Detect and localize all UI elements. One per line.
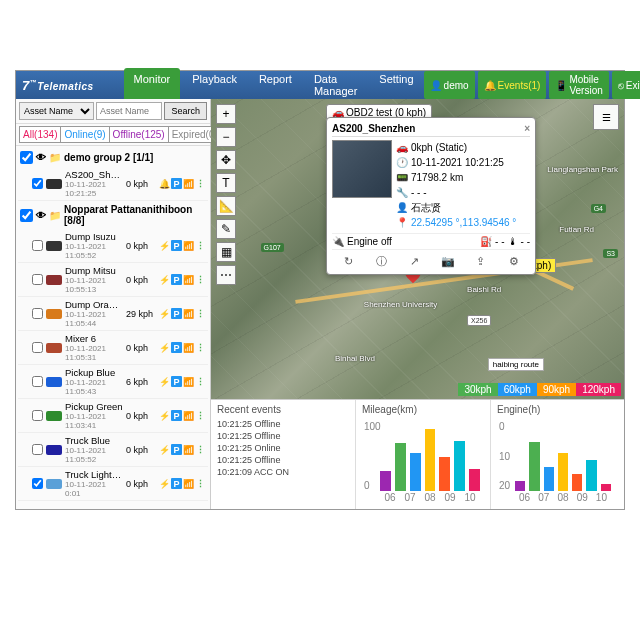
asset-row[interactable]: Dump Mitsu 10-11-2021 10:55:13 0 kph ⚡ P… [18, 263, 208, 297]
group-header[interactable]: 👁 📁 Nopparat Pattananithiboon [8/8] [18, 201, 208, 229]
filter-offline[interactable]: Offline(125) [110, 126, 169, 143]
temp-icon: 🌡 [508, 236, 518, 247]
asset-checkbox[interactable] [32, 342, 43, 353]
events-button[interactable]: 🔔Events(1) [478, 71, 547, 99]
filter-all[interactable]: All(134) [19, 126, 61, 143]
share-button[interactable]: ⇪ [473, 253, 489, 269]
group-header[interactable]: 👁 📁 demo group 2 [1/1] [18, 148, 208, 167]
refresh-button[interactable]: ↻ [341, 253, 357, 269]
asset-row[interactable]: Pickup Green 10-11-2021 11:03:41 0 kph ⚡… [18, 399, 208, 433]
measure-tool[interactable]: 📐 [216, 196, 236, 216]
nav-setting[interactable]: Setting [369, 68, 423, 102]
asset-checkbox[interactable] [32, 444, 43, 455]
search-button[interactable]: Search [164, 102, 207, 120]
folder-icon: 📁 [49, 152, 61, 163]
filter-online[interactable]: Online(9) [61, 126, 109, 143]
exit-button[interactable]: ⎋Exit [612, 71, 640, 99]
search-mode-select[interactable]: Asset Name [19, 102, 94, 120]
asset-row[interactable]: Pickup Blue 10-11-2021 11:05:43 6 kph ⚡ … [18, 365, 208, 399]
nav-report[interactable]: Report [249, 68, 302, 102]
asset-tree[interactable]: 👁 📁 demo group 2 [1/1] AS200_Shenzhen 10… [16, 146, 210, 509]
event-item[interactable]: 10:21:25 Offline [217, 430, 349, 442]
route-label[interactable]: haibing route [488, 358, 544, 371]
route-button[interactable]: ↗ [407, 253, 423, 269]
engine-icon: ⚡ [159, 308, 170, 319]
engine-icon: ⚡ [159, 274, 170, 285]
event-item[interactable]: 10:21:25 Offline [217, 418, 349, 430]
chart-bar [601, 484, 611, 491]
asset-row[interactable]: Truck Light Blue 10-11-2021 0:01 0 kph ⚡… [18, 467, 208, 501]
asset-speed: 0 kph [126, 275, 156, 285]
popup-close-button[interactable]: × [524, 123, 530, 134]
map[interactable]: Lianglangshan Park Futian Rd Binhai Blvd… [211, 99, 624, 399]
user-icon: 👤 [430, 80, 442, 91]
layers-icon: ☰ [602, 112, 611, 123]
more-icon[interactable]: ⋮ [195, 342, 206, 353]
location-icon: 📍 [396, 215, 408, 230]
event-item[interactable]: 10:21:25 Offline [217, 454, 349, 466]
mobile-button[interactable]: 📱Mobile Version [549, 71, 608, 99]
asset-row[interactable]: Dump Orange 10-11-2021 11:05:44 29 kph ⚡… [18, 297, 208, 331]
folder-icon: 📁 [49, 210, 61, 221]
event-item[interactable]: 10:21:09 ACC ON [217, 466, 349, 478]
layer-switch[interactable]: ☰ [593, 104, 619, 130]
parking-icon: P [171, 240, 182, 251]
asset-checkbox[interactable] [32, 478, 43, 489]
chart-bar [380, 471, 391, 491]
recent-events-panel: Recent events 10:21:25 Offline10:21:25 O… [211, 400, 356, 509]
chart-bar [425, 429, 436, 491]
nav-data-manager[interactable]: Data Manager [304, 68, 367, 102]
asset-checkbox[interactable] [32, 308, 43, 319]
text-tool[interactable]: T [216, 173, 236, 193]
events-list[interactable]: 10:21:25 Offline10:21:25 Offline10:21:25… [217, 418, 349, 478]
draw-tool[interactable]: ✎ [216, 219, 236, 239]
more-icon[interactable]: ⋮ [195, 478, 206, 489]
camera-button[interactable]: 📷 [440, 253, 456, 269]
group-checkbox[interactable] [20, 209, 33, 222]
asset-checkbox[interactable] [32, 410, 43, 421]
pan-tool[interactable]: ✥ [216, 150, 236, 170]
collapse-icon[interactable]: 👁 [36, 210, 46, 221]
engine-row: 🔌Engine off ⛽- - 🌡- - [332, 233, 530, 250]
settings-button[interactable]: ⚙ [506, 253, 522, 269]
asset-checkbox[interactable] [32, 274, 43, 285]
exit-icon: ⎋ [618, 80, 624, 91]
more-icon[interactable]: ⋮ [195, 444, 206, 455]
asset-row[interactable]: Mixer 6 10-11-2021 11:05:31 0 kph ⚡ P 📶 … [18, 331, 208, 365]
more-icon[interactable]: ⋮ [195, 240, 206, 251]
asset-row[interactable]: Truck Blue 10-11-2021 11:05:52 0 kph ⚡ P… [18, 433, 208, 467]
zoom-in-button[interactable]: + [216, 104, 236, 124]
more-icon[interactable]: ⋮ [195, 178, 206, 189]
car-icon [46, 445, 62, 455]
asset-checkbox[interactable] [32, 240, 43, 251]
more-icon[interactable]: ⋮ [195, 274, 206, 285]
asset-name: Pickup Blue [65, 367, 123, 378]
speed-scale: 30kph 60kph 90kph 120kph [458, 383, 621, 396]
more-icon[interactable]: ⋮ [195, 376, 206, 387]
more-tool[interactable]: ⋯ [216, 265, 236, 285]
chart-bar [439, 457, 450, 491]
asset-checkbox[interactable] [32, 178, 43, 189]
map-label: Baishi Rd [467, 285, 501, 294]
event-item[interactable]: 10:21:25 Online [217, 442, 349, 454]
user-button[interactable]: 👤demo [424, 71, 475, 99]
nav-playback[interactable]: Playback [182, 68, 247, 102]
map-controls: + − ✥ T 📐 ✎ ▦ ⋯ [216, 104, 236, 285]
group-checkbox[interactable] [20, 151, 33, 164]
asset-row[interactable]: Dump Isuzu 10-11-2021 11:05:52 0 kph ⚡ P… [18, 229, 208, 263]
nav-monitor[interactable]: Monitor [124, 68, 181, 102]
more-icon[interactable]: ⋮ [195, 308, 206, 319]
info-button[interactable]: ⓘ [374, 253, 390, 269]
signal-icon: 📶 [183, 178, 194, 189]
asset-checkbox[interactable] [32, 376, 43, 387]
asset-time: 10-11-2021 11:05:44 [65, 310, 123, 328]
asset-row[interactable]: AS200_Shenzhen 10-11-2021 10:21:25 0 kph… [18, 167, 208, 201]
fuel-icon: ⛽ [480, 236, 492, 247]
car-icon [46, 179, 62, 189]
layers-tool[interactable]: ▦ [216, 242, 236, 262]
collapse-icon[interactable]: 👁 [36, 152, 46, 163]
more-icon[interactable]: ⋮ [195, 410, 206, 421]
search-input[interactable] [96, 102, 162, 120]
zoom-out-button[interactable]: − [216, 127, 236, 147]
car-icon [46, 309, 62, 319]
